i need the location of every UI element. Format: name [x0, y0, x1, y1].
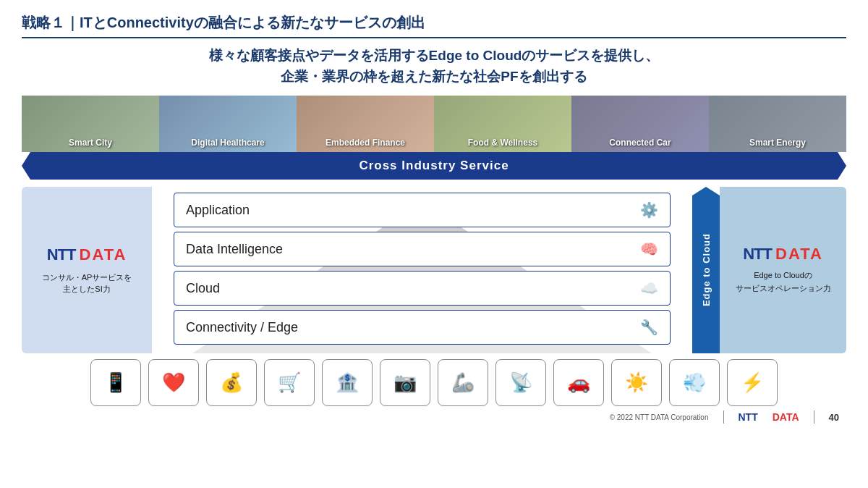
- wind-icon: 💨: [683, 371, 706, 394]
- finance-icon: 💰: [220, 371, 243, 394]
- layer-cloud: Cloud ☁️: [174, 271, 671, 306]
- layers-container: Application ⚙️ Data Intelligence 🧠 Cloud…: [152, 187, 692, 345]
- banking-icon: 🏦: [336, 371, 359, 394]
- edge-to-cloud-label: Edge to Cloud: [701, 233, 712, 306]
- shopping-icon: 🛒: [278, 371, 301, 394]
- subtitle-block: 様々な顧客接点やデータを活用するEdge to Cloudのサービスを提供し、 …: [22, 46, 846, 87]
- bottom-icons-row: 📱 ❤️ 💰 🛒 🏦 📷 🦾 📡 🚗 ☀️ 💨 ⚡: [22, 359, 846, 406]
- layer-connectivity-edge: Connectivity / Edge 🔧: [174, 310, 671, 345]
- footer-data: DATA: [773, 411, 799, 423]
- industry-label-embedded-finance: Embedded Finance: [326, 138, 405, 148]
- industry-food-wellness: Food & Wellness: [434, 96, 571, 152]
- ntt-ltd-logo-data: DATA: [775, 245, 823, 263]
- smartphone-icon: 📱: [104, 371, 127, 394]
- right-ntt-ltd-box: NTT DATA Edge to Cloudのサービスオペレーション力: [720, 187, 846, 353]
- network-icon: 📡: [509, 371, 532, 394]
- data-logo-text: DATA: [80, 245, 127, 264]
- industry-label-smart-energy: Smart Energy: [749, 138, 806, 148]
- ntt-ltd-logo-ntt: NTT: [743, 245, 775, 263]
- industry-label-food-wellness: Food & Wellness: [468, 138, 537, 148]
- slide-header: 戦略１｜ITとConnectivityの融合による新たなサービスの創出: [22, 13, 846, 38]
- cross-industry-label: Cross Industry Service: [359, 159, 509, 173]
- solar-icon: ☀️: [625, 371, 648, 394]
- icon-connected-car: 🚗: [553, 359, 604, 406]
- healthcare-icon: ❤️: [162, 371, 185, 394]
- icon-surveillance: 📷: [380, 359, 430, 406]
- icon-smartphone: 📱: [90, 359, 141, 406]
- data-intelligence-icon: 🧠: [640, 240, 658, 258]
- icon-wind: 💨: [669, 359, 720, 406]
- layer-data-intelligence: Data Intelligence 🧠: [174, 232, 671, 266]
- left-ntt-data-box: NTT DATA コンサル・APサービスを主としたSI力: [22, 187, 152, 353]
- icon-finance: 💰: [206, 359, 257, 406]
- industry-smart-energy: Smart Energy: [709, 96, 846, 152]
- cross-industry-row: Cross Industry Service: [22, 152, 846, 180]
- layer-application-label: Application: [186, 203, 250, 218]
- icon-healthcare: ❤️: [148, 359, 199, 406]
- surveillance-icon: 📷: [393, 371, 417, 394]
- connectivity-icon: 🔧: [640, 319, 658, 336]
- layer-cloud-label: Cloud: [186, 281, 220, 296]
- industry-label-smart-city: Smart City: [69, 138, 112, 148]
- industry-connected-car: Connected Car: [571, 96, 709, 152]
- cloud-icon: ☁️: [640, 279, 658, 297]
- middle-pyramid-box: Application ⚙️ Data Intelligence 🧠 Cloud…: [152, 187, 692, 353]
- footer-ntt: NTT: [739, 411, 758, 423]
- ntt-data-description: コンサル・APサービスを主としたSI力: [42, 272, 132, 295]
- icon-robot-arm: 🦾: [438, 359, 488, 406]
- footer-divider2: [814, 411, 814, 424]
- industry-digital-healthcare: Digital Healthcare: [159, 96, 297, 152]
- edge-to-cloud-arrow: Edge to Cloud: [692, 187, 720, 353]
- slide-title: 戦略１｜ITとConnectivityの融合による新たなサービスの創出: [22, 13, 846, 33]
- footer-divider: [723, 411, 724, 424]
- footer-copyright: © 2022 NTT DATA Corporation: [610, 413, 709, 421]
- ntt-logo-text: NTT: [47, 245, 80, 264]
- application-icon: ⚙️: [640, 201, 658, 219]
- footer-page-number: 40: [829, 412, 839, 423]
- right-side: Edge to Cloud NTT DATA Edge to Cloudのサービ…: [692, 187, 846, 353]
- main-content: NTT DATA コンサル・APサービスを主としたSI力 Application…: [22, 187, 846, 353]
- ntt-data-logo: NTT DATA: [47, 245, 127, 264]
- subtitle-line1: 様々な顧客接点やデータを活用するEdge to Cloudのサービスを提供し、: [22, 46, 846, 67]
- power-icon: ⚡: [741, 371, 764, 394]
- connected-car-icon: 🚗: [567, 371, 590, 394]
- industry-row: Smart City Digital Healthcare Embedded F…: [22, 96, 846, 152]
- icon-shopping: 🛒: [264, 359, 315, 406]
- layer-connectivity-edge-label: Connectivity / Edge: [186, 320, 298, 335]
- layer-application: Application ⚙️: [174, 193, 671, 227]
- industry-smart-city: Smart City: [22, 96, 159, 152]
- industry-label-connected-car: Connected Car: [609, 138, 671, 148]
- cross-industry-arrow: Cross Industry Service: [22, 152, 846, 180]
- slide: 戦略１｜ITとConnectivityの融合による新たなサービスの創出 様々な顧…: [0, 0, 868, 488]
- subtitle-line2: 企業・業界の枠を超えた新たな社会PFを創出する: [22, 67, 846, 88]
- ntt-ltd-description: Edge to Cloudのサービスオペレーション力: [736, 269, 831, 295]
- icon-network: 📡: [495, 359, 546, 406]
- layer-data-intelligence-label: Data Intelligence: [186, 242, 283, 257]
- icon-banking: 🏦: [322, 359, 373, 406]
- industry-embedded-finance: Embedded Finance: [297, 96, 434, 152]
- robot-arm-icon: 🦾: [451, 371, 475, 394]
- slide-footer: © 2022 NTT DATA Corporation NTT DATA 40: [22, 411, 846, 424]
- icon-solar: ☀️: [611, 359, 662, 406]
- icon-power: ⚡: [727, 359, 778, 406]
- industry-label-digital-healthcare: Digital Healthcare: [191, 138, 264, 148]
- ntt-ltd-logo: NTT DATA: [743, 245, 823, 264]
